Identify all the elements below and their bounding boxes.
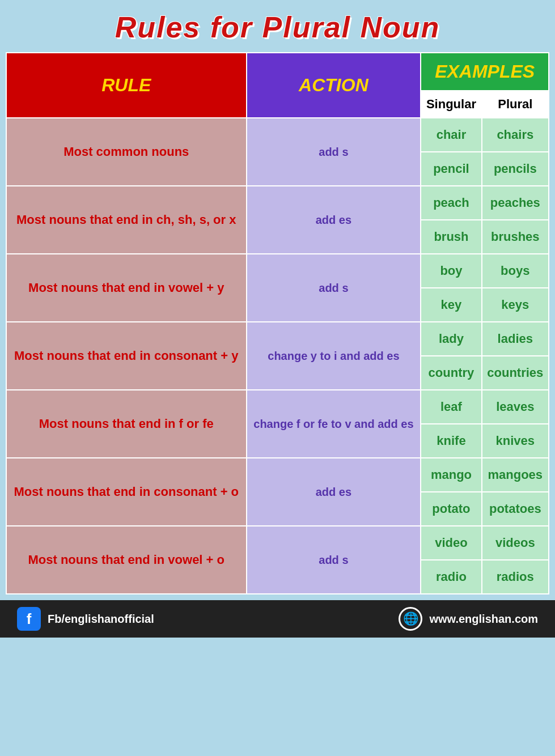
header-rule: RULE	[6, 53, 247, 118]
rule-cell: Most nouns that end in consonant + o	[6, 458, 247, 526]
singular-cell: brush	[421, 220, 481, 254]
plural-cell: pencils	[482, 152, 549, 186]
footer: f Fb/englishanofficial 🌐 www.englishan.c…	[0, 600, 555, 638]
fb-label: Fb/englishanofficial	[48, 613, 154, 626]
plural-cell: boys	[482, 254, 549, 288]
rule-cell: Most nouns that end in f or fe	[6, 390, 247, 458]
singular-cell: peach	[421, 186, 481, 220]
singular-cell: knife	[421, 424, 481, 458]
singular-cell: boy	[421, 254, 481, 288]
subheader-plural: Plural	[482, 91, 549, 118]
globe-icon: 🌐	[399, 607, 422, 631]
rule-cell: Most nouns that end in ch, sh, s, or x	[6, 186, 247, 254]
plural-cell: countries	[482, 356, 549, 390]
singular-cell: mango	[421, 458, 481, 492]
plural-cell: videos	[482, 526, 549, 560]
plural-cell: potatoes	[482, 492, 549, 526]
plural-cell: chairs	[482, 118, 549, 152]
singular-cell: pencil	[421, 152, 481, 186]
singular-cell: lady	[421, 322, 481, 356]
action-cell: add s	[247, 526, 421, 594]
table-container: RULE ACTION EXAMPLES Singular Plural Mos…	[0, 52, 555, 600]
subheader-singular: Singular	[421, 91, 481, 118]
header-examples: EXAMPLES	[421, 53, 549, 91]
rule-cell: Most common nouns	[6, 118, 247, 186]
plural-cell: mangoes	[482, 458, 549, 492]
singular-cell: potato	[421, 492, 481, 526]
action-cell: add s	[247, 118, 421, 186]
singular-cell: country	[421, 356, 481, 390]
plural-cell: ladies	[482, 322, 549, 356]
singular-cell: leaf	[421, 390, 481, 424]
page-title: Rules for Plural Noun	[0, 0, 555, 52]
plural-cell: peaches	[482, 186, 549, 220]
action-cell: change f or fe to v and add es	[247, 390, 421, 458]
plural-cell: keys	[482, 288, 549, 322]
rule-cell: Most nouns that end in vowel + o	[6, 526, 247, 594]
header-action: ACTION	[247, 53, 421, 118]
facebook-icon[interactable]: f	[17, 607, 41, 631]
plural-cell: radios	[482, 560, 549, 594]
singular-cell: key	[421, 288, 481, 322]
plural-cell: knives	[482, 424, 549, 458]
action-cell: add s	[247, 254, 421, 322]
footer-left: f Fb/englishanofficial	[17, 607, 154, 631]
web-label: www.englishan.com	[429, 613, 538, 626]
rule-cell: Most nouns that end in vowel + y	[6, 254, 247, 322]
singular-cell: video	[421, 526, 481, 560]
action-cell: add es	[247, 186, 421, 254]
action-cell: change y to i and add es	[247, 322, 421, 390]
footer-right: 🌐 www.englishan.com	[399, 607, 538, 631]
singular-cell: chair	[421, 118, 481, 152]
plural-cell: leaves	[482, 390, 549, 424]
action-cell: add es	[247, 458, 421, 526]
plural-cell: brushes	[482, 220, 549, 254]
singular-cell: radio	[421, 560, 481, 594]
rules-table: RULE ACTION EXAMPLES Singular Plural Mos…	[6, 52, 549, 594]
rule-cell: Most nouns that end in consonant + y	[6, 322, 247, 390]
